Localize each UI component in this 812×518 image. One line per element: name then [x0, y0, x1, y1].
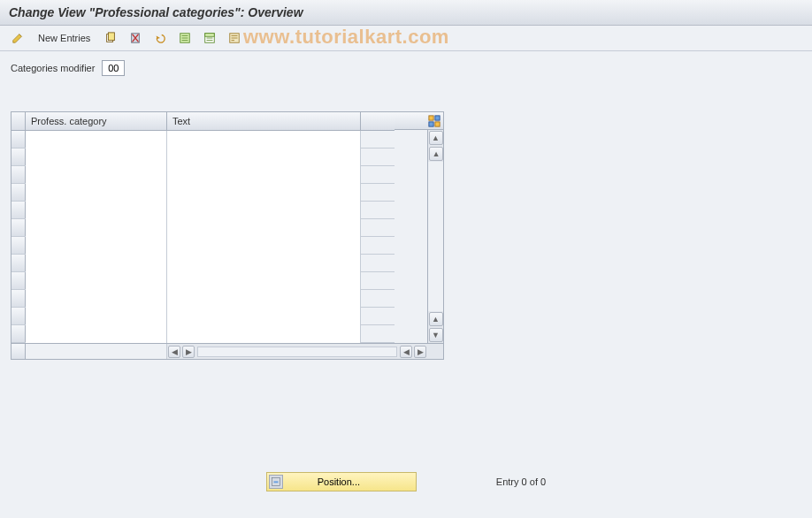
horizontal-scrollbar[interactable]: ◀ ▶ ◀ ▶: [11, 343, 443, 359]
cell-category[interactable]: [26, 131, 167, 149]
row-selector-header[interactable]: [11, 112, 26, 130]
scroll-right2-icon[interactable]: ▶: [414, 346, 426, 358]
content-area: Categories modifier Profess. category Te…: [0, 51, 812, 369]
table-body: [11, 131, 395, 343]
scroll-up-icon[interactable]: ▲: [429, 131, 443, 145]
cell-category[interactable]: [26, 149, 167, 166]
cell-category[interactable]: [26, 325, 167, 343]
table-row: [11, 219, 395, 237]
cell-text[interactable]: [167, 219, 361, 237]
row-selector[interactable]: [11, 255, 26, 271]
table-row: [11, 166, 395, 184]
row-selector[interactable]: [11, 219, 26, 236]
new-entries-label: New Entries: [38, 33, 90, 43]
cell-category[interactable]: [26, 219, 167, 237]
table-row: [11, 325, 395, 343]
svg-rect-1: [109, 33, 115, 41]
cell-category[interactable]: [26, 202, 167, 219]
cell-text[interactable]: [167, 290, 361, 308]
cell-text[interactable]: [167, 308, 361, 325]
column-header-category[interactable]: Profess. category: [26, 112, 167, 130]
page-title: Change View "Professional categories": O…: [9, 5, 303, 19]
vertical-scrollbar[interactable]: ▲ ▲ ▲ ▼: [427, 130, 443, 343]
scroll-down2-icon[interactable]: ▲: [429, 312, 443, 326]
watermark-text: www.tutorialkart.com: [243, 26, 449, 49]
new-entries-button[interactable]: New Entries: [32, 29, 96, 47]
cell-category[interactable]: [26, 290, 167, 308]
cell-text[interactable]: [167, 131, 361, 149]
table-row: [11, 184, 395, 202]
hscroll-fixed-region: [26, 344, 167, 359]
cell-text[interactable]: [167, 237, 361, 255]
table-row: [11, 131, 395, 149]
footer-row: Position... Entry 0 of 0: [0, 472, 812, 491]
row-selector[interactable]: [11, 166, 26, 183]
position-button[interactable]: Position...: [266, 472, 417, 491]
position-icon: [269, 475, 283, 489]
row-selector[interactable]: [11, 237, 26, 254]
table-header-row: Profess. category Text: [11, 112, 395, 131]
print-icon[interactable]: [224, 29, 245, 47]
row-selector[interactable]: [11, 202, 26, 218]
scroll-left-icon[interactable]: ◀: [168, 346, 180, 358]
hscroll-corner: [11, 344, 26, 359]
table-row: [11, 237, 395, 255]
table-row: [11, 272, 395, 290]
table-settings-icon[interactable]: [425, 112, 443, 129]
cell-category[interactable]: [26, 255, 167, 272]
cell-category[interactable]: [26, 237, 167, 255]
cell-text[interactable]: [167, 202, 361, 219]
cell-category[interactable]: [26, 308, 167, 325]
table-container: Profess. category Text ▲ ▲: [11, 111, 444, 360]
scroll-right-icon[interactable]: ▶: [182, 346, 195, 358]
cell-text[interactable]: [167, 166, 361, 184]
vertical-scroll-track[interactable]: [428, 162, 443, 311]
copy-icon[interactable]: [100, 29, 121, 47]
scroll-left2-icon[interactable]: ◀: [400, 346, 412, 358]
svg-rect-5: [205, 34, 215, 37]
cell-category[interactable]: [26, 166, 167, 184]
table-row: [11, 149, 395, 166]
table-row: [11, 202, 395, 219]
delete-icon[interactable]: [125, 29, 146, 47]
categories-modifier-row: Categories modifier: [11, 60, 801, 76]
horizontal-scroll-track[interactable]: [197, 347, 397, 357]
svg-rect-10: [435, 121, 440, 126]
entry-count-text: Entry 0 of 0: [496, 476, 546, 487]
deselect-all-icon[interactable]: [199, 29, 220, 47]
cell-category[interactable]: [26, 184, 167, 202]
column-header-text[interactable]: Text: [167, 112, 361, 130]
select-all-icon[interactable]: [174, 29, 195, 47]
table-row: [11, 290, 395, 308]
row-selector[interactable]: [11, 308, 26, 324]
scroll-up2-icon[interactable]: ▲: [429, 147, 443, 161]
toolbar: New Entries www.tutorialkart.com: [0, 26, 812, 51]
cell-text[interactable]: [167, 255, 361, 272]
undo-icon[interactable]: [149, 29, 171, 47]
cell-text[interactable]: [167, 272, 361, 290]
header-bar: Change View "Professional categories": O…: [0, 0, 812, 26]
row-selector[interactable]: [11, 325, 26, 342]
row-selector[interactable]: [11, 131, 26, 148]
row-selector[interactable]: [11, 272, 26, 289]
cell-category[interactable]: [26, 272, 167, 290]
table-row: [11, 255, 395, 272]
cell-text[interactable]: [167, 325, 361, 343]
row-selector[interactable]: [11, 149, 26, 165]
scroll-down-icon[interactable]: ▼: [429, 328, 443, 342]
table-grid: Profess. category Text: [11, 112, 395, 343]
position-label: Position...: [318, 476, 360, 487]
cell-text[interactable]: [167, 184, 361, 202]
svg-rect-7: [429, 115, 433, 119]
categories-modifier-label: Categories modifier: [11, 63, 95, 73]
display-change-toggle-icon[interactable]: [7, 29, 28, 47]
row-selector[interactable]: [11, 290, 26, 307]
table-row: [11, 308, 395, 325]
row-selector[interactable]: [11, 184, 26, 201]
categories-modifier-input[interactable]: [102, 60, 125, 76]
cell-text[interactable]: [167, 149, 361, 166]
svg-rect-12: [273, 481, 278, 483]
svg-rect-9: [429, 121, 433, 126]
svg-rect-8: [435, 115, 440, 119]
